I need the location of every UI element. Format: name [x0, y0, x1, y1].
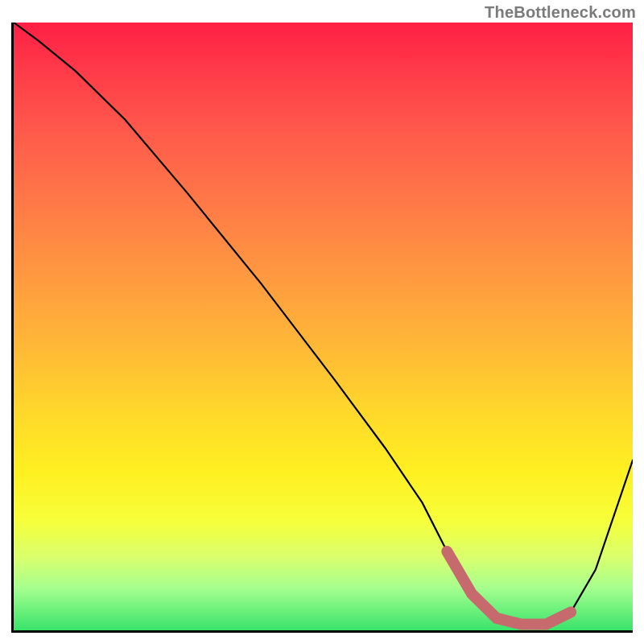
plot-area [11, 23, 633, 633]
bottleneck-curve [14, 23, 633, 624]
curve-overlay [14, 23, 633, 630]
optimal-range-highlight [447, 551, 571, 625]
chart-container: TheBottleneck.com [0, 0, 644, 644]
attribution-text: TheBottleneck.com [485, 3, 636, 22]
